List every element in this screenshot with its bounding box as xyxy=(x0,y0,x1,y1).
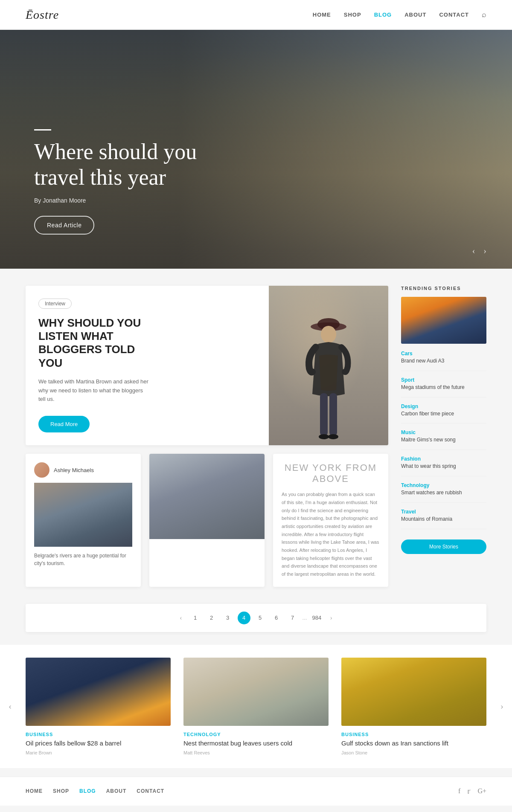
trending-item-fashion: Fashion What to wear this spring xyxy=(401,456,486,476)
nav-home[interactable]: HOME xyxy=(313,12,331,18)
new-york-card: NEW YORK FROM ABOVE As you can probably … xyxy=(273,454,388,587)
interview-tag: Interview xyxy=(38,299,72,309)
svg-rect-3 xyxy=(320,393,328,436)
read-more-button[interactable]: Read More xyxy=(38,416,90,432)
card-caption: Belgrade's rivers are a huge potential f… xyxy=(34,552,132,571)
trending-item-technology: Technology Smart watches are rubbish xyxy=(401,482,486,503)
secondary-row: Ashley Michaels Belgrade's rivers are a … xyxy=(26,454,388,587)
nav-shop[interactable]: SHOP xyxy=(344,12,361,18)
ny-title: NEW YORK FROM ABOVE xyxy=(282,462,380,484)
carousel-author-0: Marie Brown xyxy=(26,750,171,755)
carousel-cat-0: BUSINESS xyxy=(26,732,171,737)
carousel-author-2: Jason Stone xyxy=(341,750,486,755)
hero-next-arrow[interactable]: › xyxy=(483,246,486,256)
carousel-card-2: BUSINESS Gulf stocks down as Iran sancti… xyxy=(341,658,486,755)
pagination: ‹ 1 2 3 4 5 6 7 ... 984 › xyxy=(26,604,486,632)
footer-nav-shop[interactable]: SHOP xyxy=(53,788,69,794)
card-avatar-section: Ashley Michaels Belgrade's rivers are a … xyxy=(26,454,141,579)
footer-nav-home[interactable]: HOME xyxy=(26,788,43,794)
carousel-prev-arrow[interactable]: ‹ xyxy=(9,701,12,712)
featured-title: WHY SHOULD YOU LISTEN WHAT BLOGGERS TOLD… xyxy=(38,316,158,370)
page-6[interactable]: 6 xyxy=(270,612,283,624)
trending-title-music: Maitre Gims's new song xyxy=(401,436,486,444)
carousel-title-2: Gulf stocks down as Iran sanctions lift xyxy=(341,740,486,747)
carousel-card-0: BUSINESS Oil prices falls bellow $28 a b… xyxy=(26,658,171,755)
read-article-button[interactable]: Read Article xyxy=(34,216,94,235)
footer-nav-contact[interactable]: CONTACT xyxy=(137,788,164,794)
pagination-ellipsis: ... xyxy=(303,615,307,621)
navigation: HOME SHOP BLOG ABOUT CONTACT ⌕ xyxy=(313,10,486,19)
trending-title-technology: Smart watches are rubbish xyxy=(401,489,486,496)
page-3[interactable]: 3 xyxy=(221,612,234,624)
pagination-next[interactable]: › xyxy=(326,612,335,624)
page-2[interactable]: 2 xyxy=(205,612,218,624)
page-5[interactable]: 5 xyxy=(254,612,267,624)
trending-item-travel: Travel Mountains of Romania xyxy=(401,509,486,529)
featured-image xyxy=(269,286,388,445)
trending-title: TRENDING STORIES xyxy=(401,286,486,291)
woman-figure-illustration xyxy=(294,309,363,445)
page-7[interactable]: 7 xyxy=(286,612,299,624)
trending-item-sport: Sport Mega stadiums of the future xyxy=(401,377,486,397)
hero-arrows: ‹ › xyxy=(472,246,486,256)
footer-navigation: HOME SHOP BLOG ABOUT CONTACT xyxy=(26,788,164,794)
hero-title: Where should you travel this year xyxy=(34,139,239,190)
carousel-author-1: Matt Reeves xyxy=(183,750,329,755)
hero-prev-arrow[interactable]: ‹ xyxy=(472,246,475,256)
carousel-track: BUSINESS Oil prices falls bellow $28 a b… xyxy=(26,658,486,755)
google-plus-icon[interactable]: G+ xyxy=(477,787,486,795)
hero-section: Where should you travel this year By Jon… xyxy=(0,30,512,269)
belgrade-image xyxy=(34,483,132,547)
author-name: Ashley Michaels xyxy=(54,467,94,473)
trending-title-cars: Brand new Audi A3 xyxy=(401,357,486,365)
pagination-prev[interactable]: ‹ xyxy=(176,612,185,624)
footer-nav-blog[interactable]: BLOG xyxy=(79,788,96,794)
city-image xyxy=(149,454,265,539)
ny-description: As you can probably glean from a quick s… xyxy=(282,490,380,578)
featured-left: Interview WHY SHOULD YOU LISTEN WHAT BLO… xyxy=(26,286,269,445)
trending-item-music: Music Maitre Gims's new song xyxy=(401,429,486,450)
trending-title-sport: Mega stadiums of the future xyxy=(401,384,486,391)
trending-cat-fashion: Fashion xyxy=(401,456,486,462)
header: Ēostre HOME SHOP BLOG ABOUT CONTACT ⌕ xyxy=(0,0,512,30)
page-last[interactable]: 984 xyxy=(310,612,323,624)
carousel-img-0 xyxy=(26,658,171,726)
trending-item-cars: Cars Brand new Audi A3 xyxy=(401,351,486,371)
avatar xyxy=(34,462,49,478)
carousel-title-0: Oil prices falls bellow $28 a barrel xyxy=(26,740,171,747)
carousel-cat-2: BUSINESS xyxy=(341,732,486,737)
avatar-row: Ashley Michaels xyxy=(34,462,132,478)
nav-blog[interactable]: BLOG xyxy=(374,12,392,18)
facebook-icon[interactable]: f xyxy=(458,787,460,795)
carousel-next-arrow[interactable]: › xyxy=(500,701,503,712)
svg-rect-4 xyxy=(329,393,337,436)
carousel-card-1: TECHNOLOGY Nest thermostat bug leaves us… xyxy=(183,658,329,755)
trending-title-fashion: What to wear this spring xyxy=(401,463,486,470)
trending-hero-image xyxy=(401,297,486,344)
svg-point-6 xyxy=(328,434,338,439)
twitter-icon[interactable]: 𝕣 xyxy=(467,787,471,795)
trending-title-design: Carbon fiber time piece xyxy=(401,410,486,418)
city-card xyxy=(149,454,265,587)
footer-nav-about[interactable]: ABOUT xyxy=(106,788,127,794)
hero-line-decoration xyxy=(34,129,51,130)
search-icon[interactable]: ⌕ xyxy=(482,10,486,19)
ny-content: NEW YORK FROM ABOVE As you can probably … xyxy=(273,454,388,587)
nav-about[interactable]: ABOUT xyxy=(404,12,426,18)
main-content: Interview WHY SHOULD YOU LISTEN WHAT BLO… xyxy=(0,269,512,604)
trending-cat-sport: Sport xyxy=(401,377,486,383)
footer-social: f 𝕣 G+ xyxy=(458,787,486,795)
featured-description: We talked with Martina Brown and asked h… xyxy=(38,377,149,404)
carousel-img-1 xyxy=(183,658,329,726)
nav-contact[interactable]: CONTACT xyxy=(439,12,469,18)
featured-card: Interview WHY SHOULD YOU LISTEN WHAT BLO… xyxy=(26,286,388,445)
hero-content: Where should you travel this year By Jon… xyxy=(0,129,239,235)
ashley-card: Ashley Michaels Belgrade's rivers are a … xyxy=(26,454,141,587)
more-stories-button[interactable]: More Stories xyxy=(401,539,486,554)
page-1[interactable]: 1 xyxy=(189,612,202,624)
svg-point-2 xyxy=(321,326,336,343)
sidebar: TRENDING STORIES Cars Brand new Audi A3 … xyxy=(401,286,486,587)
page-4[interactable]: 4 xyxy=(238,612,250,624)
trending-cat-technology: Technology xyxy=(401,482,486,488)
content-left: Interview WHY SHOULD YOU LISTEN WHAT BLO… xyxy=(26,286,388,587)
